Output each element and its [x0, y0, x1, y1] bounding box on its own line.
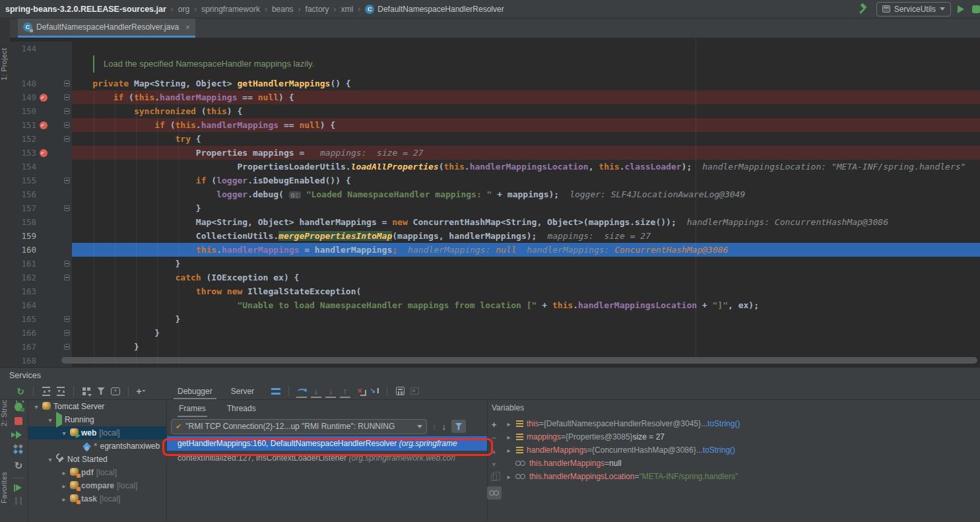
move-down-icon[interactable]: ▼	[491, 461, 497, 469]
line-number[interactable]: 162	[10, 271, 36, 284]
tree-item-not-started[interactable]: ▾Not Started	[28, 453, 166, 466]
breadcrumb-root[interactable]: spring-beans-3.2.0.RELEASE-sources.jar	[5, 5, 166, 14]
tab-threads[interactable]: Threads	[226, 401, 257, 416]
tree-item-compare[interactable]: ▸compare[local]	[28, 479, 166, 492]
line-number[interactable]: 163	[10, 284, 36, 298]
line-number[interactable]: 144	[10, 42, 36, 55]
chevron-down-icon[interactable]: ▾	[46, 456, 55, 463]
line-number[interactable]: 151	[10, 118, 36, 132]
filter-icon[interactable]	[98, 387, 105, 395]
view-breakpoints-icon[interactable]	[14, 445, 23, 454]
chevron-right-icon[interactable]: ▸	[504, 420, 513, 428]
hide-frames-filter-icon[interactable]	[451, 420, 466, 433]
tree-item-tomcat-server[interactable]: ▾Tomcat Server	[28, 400, 166, 413]
line-number[interactable]: 166	[10, 326, 36, 340]
fold-marker-icon[interactable]	[64, 316, 70, 322]
line-number[interactable]: 155	[10, 174, 36, 187]
code-line-162[interactable]: 162 catch (IOException ex) {	[10, 271, 980, 284]
step-over-icon[interactable]	[298, 389, 306, 394]
fold-marker-icon[interactable]	[64, 275, 70, 280]
variable-row-this[interactable]: ▸this = {DefaultNamespaceHandlerResolver…	[500, 417, 980, 430]
fold-marker-icon[interactable]	[64, 344, 70, 350]
refresh-icon[interactable]: ↻	[15, 460, 23, 472]
code-line-158[interactable]: 158 Map<String, Object> handlerMappings …	[10, 215, 980, 229]
plus-icon[interactable]: +	[136, 387, 141, 395]
chevron-right-icon[interactable]: ▸	[59, 496, 69, 503]
line-number[interactable]: 161	[10, 257, 36, 271]
code-line-154[interactable]: 154 PropertiesLoaderUtils.loadAllPropert…	[10, 160, 980, 174]
line-number[interactable]: 153	[10, 146, 36, 160]
hamburger-icon[interactable]	[271, 388, 280, 395]
code-line-148[interactable]: 148 private Map<String, Object> getHandl…	[10, 77, 980, 90]
line-number[interactable]: 167	[10, 340, 36, 354]
line-number[interactable]: 148	[10, 77, 36, 90]
evaluate-expression-icon[interactable]	[396, 387, 405, 395]
code-line-165[interactable]: 165 }	[10, 312, 980, 326]
rerun-icon[interactable]: ↻	[16, 386, 24, 397]
code-line-155[interactable]: 155 if (logger.isDebugEnabled()) {	[10, 174, 980, 187]
chevron-right-icon[interactable]: ▸	[504, 434, 513, 441]
breakpoint-icon[interactable]	[40, 94, 48, 102]
line-number[interactable]: 165	[10, 312, 36, 326]
pause-icon[interactable]	[15, 497, 22, 505]
tostring-link[interactable]: toString()	[707, 419, 740, 428]
fold-marker-icon[interactable]	[64, 108, 70, 114]
code-line-153[interactable]: 153 Properties mappings = mappings: size…	[10, 146, 980, 160]
stack-frame-row[interactable]: contextInitialized:127, IrisContextLoade…	[167, 451, 487, 465]
line-number[interactable]: 159	[10, 229, 36, 243]
resume-icon[interactable]	[16, 431, 22, 439]
expand-all-icon[interactable]: ▲▼	[42, 387, 50, 396]
fold-marker-icon[interactable]	[64, 94, 70, 100]
run-button[interactable]	[958, 5, 964, 13]
line-number[interactable]: 150	[10, 104, 36, 118]
variable-row-this-handlerMappings[interactable]: this.handlerMappings = null	[500, 457, 980, 470]
chevron-down-icon[interactable]: ▾	[32, 403, 41, 410]
tostring-link[interactable]: toString()	[703, 445, 735, 455]
remove-watch-icon[interactable]: −	[492, 434, 497, 442]
drop-frame-icon[interactable]: ✕	[356, 387, 362, 395]
next-frame-icon[interactable]: ↓	[442, 422, 447, 432]
stop-icon[interactable]	[15, 417, 22, 425]
group-by-icon[interactable]	[82, 387, 90, 395]
duplicate-icon[interactable]	[491, 474, 497, 481]
add-service-icon[interactable]: +	[111, 387, 120, 395]
tab-frames[interactable]: Frames	[178, 401, 207, 416]
run-to-cursor-icon[interactable]: ↘	[370, 387, 379, 395]
variable-row-handlerMappings[interactable]: ▸handlerMappings = {ConcurrentHashMap@30…	[500, 443, 980, 457]
services-panel-header[interactable]: Services	[0, 367, 980, 383]
line-number[interactable]: 149	[10, 90, 36, 104]
breakpoint-icon[interactable]	[40, 149, 48, 157]
code-line-149[interactable]: 149 if (this.handlerMappings == null) {	[10, 90, 980, 104]
show-execution-point-icon[interactable]	[16, 484, 22, 491]
breadcrumb-item[interactable]: xml	[341, 5, 354, 14]
variable-row-mappings[interactable]: ▸mappings = {Properties@3085} size = 27	[500, 430, 980, 443]
fold-marker-icon[interactable]	[64, 136, 70, 142]
tree-item-web[interactable]: ▾web[local]	[28, 426, 166, 440]
breadcrumb-leaf[interactable]: C DefaultNamespaceHandlerResolver	[365, 5, 504, 14]
code-line-156[interactable]: 156 logger.debug( o: "Loaded NamespaceHa…	[10, 187, 980, 201]
collapse-all-icon[interactable]: ▼▲	[57, 387, 65, 396]
code-line-144[interactable]: 144	[10, 42, 980, 55]
tree-item-pdf[interactable]: ▸pdf[local]	[28, 466, 166, 479]
move-up-icon[interactable]: ▲	[491, 447, 497, 455]
tab-server[interactable]: Server	[222, 383, 263, 399]
breadcrumb-item[interactable]: factory	[306, 5, 329, 14]
fold-marker-icon[interactable]	[64, 261, 70, 267]
tab-debugger[interactable]: Debugger	[168, 383, 222, 399]
add-watch-icon[interactable]: +	[492, 421, 497, 429]
fold-marker-icon[interactable]	[64, 330, 70, 336]
code-line-160[interactable]: 160 this.handlerMappings = handlerMappin…	[10, 243, 980, 257]
line-number[interactable]: 164	[10, 298, 36, 312]
code-editor[interactable]: 144Load the specified NamespaceHandler m…	[10, 38, 980, 367]
line-number[interactable]: 152	[10, 132, 36, 146]
build-hammer-icon[interactable]	[859, 4, 870, 15]
tool-button-project[interactable]: 1: Project	[0, 28, 9, 100]
previous-frame-icon[interactable]: ↑	[432, 422, 437, 432]
breakpoint-icon[interactable]	[40, 121, 48, 129]
run-configuration-select[interactable]: ServiceUtils	[876, 2, 951, 16]
code-line-159[interactable]: 159 CollectionUtils.mergePropertiesIntoM…	[10, 229, 980, 243]
code-line-167[interactable]: 167 }	[10, 340, 980, 354]
fold-marker-icon[interactable]	[64, 122, 70, 128]
code-line-164[interactable]: 164 "Unable to load NamespaceHandler map…	[10, 298, 980, 312]
chevron-right-icon[interactable]: ▸	[59, 469, 69, 476]
